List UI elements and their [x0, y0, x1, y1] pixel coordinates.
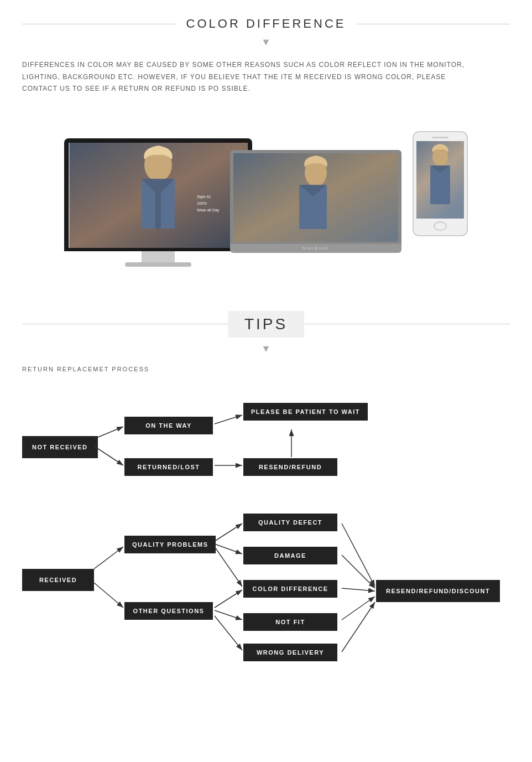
- phone-device: [413, 131, 468, 236]
- svg-text:Wear-all Day: Wear-all Day: [197, 208, 220, 212]
- svg-line-28: [342, 555, 375, 588]
- not-received-box: NOT RECEIVED: [22, 436, 98, 458]
- laptop-content-svg: [233, 153, 398, 242]
- phone-content-svg: [416, 141, 464, 219]
- svg-line-30: [342, 597, 375, 620]
- laptop-lid: [230, 150, 401, 244]
- svg-line-14: [94, 427, 123, 439]
- desktop-screen: Style 01 100% Wear-all Day: [69, 143, 248, 248]
- not-fit-box: NOT FIT: [243, 613, 337, 631]
- tips-section: TIPS ▼ RETURN REPLACEMET PROCESS NOT REC…: [0, 289, 532, 685]
- svg-text:100%: 100%: [197, 201, 207, 205]
- resend-refund-discount-box: RESEND/REFUND/DISCOUNT: [376, 580, 500, 602]
- color-diff-body: DIFFERENCES IN COLOR MAY BE CAUSED BY SO…: [22, 59, 476, 95]
- devices-illustration: Style 01 100% Wear-all Day: [59, 112, 473, 267]
- desktop-base: [125, 262, 191, 267]
- arrow-down-color: ▼: [22, 37, 510, 48]
- svg-line-25: [215, 616, 242, 650]
- return-process-label: RETURN REPLACEMET PROCESS: [22, 366, 510, 372]
- svg-line-21: [215, 523, 242, 541]
- svg-line-24: [215, 610, 242, 620]
- laptop-device: MacBook: [230, 150, 401, 253]
- laptop-bottom: MacBook: [230, 244, 401, 253]
- tips-line-right: [304, 324, 510, 324]
- flow-diagram: NOT RECEIVED ON THE WAY RETURNED/LOST PL…: [22, 386, 520, 674]
- tips-header: TIPS: [22, 311, 510, 338]
- header-line-left: [22, 24, 175, 24]
- color-difference-section: COLOR DIFFERENCE ▼ DIFFERENCES IN COLOR …: [0, 0, 532, 289]
- tips-line-left: [22, 324, 228, 324]
- quality-problems-box: QUALITY PROBLEMS: [124, 536, 216, 553]
- desktop-screen-outer: Style 01 100% Wear-all Day: [64, 138, 252, 251]
- svg-text:Style 01: Style 01: [197, 195, 211, 199]
- svg-line-16: [215, 415, 242, 424]
- color-difference-flow-box: COLOR DIFFERENCE: [243, 580, 337, 598]
- received-box: RECEIVED: [22, 569, 94, 591]
- phone-screen: [416, 141, 464, 219]
- other-questions-box: OTHER QUESTIONS: [124, 602, 213, 620]
- svg-line-15: [94, 446, 123, 465]
- svg-line-23: [215, 547, 242, 587]
- header-line-right: [357, 24, 510, 24]
- laptop-brand: MacBook: [302, 246, 328, 251]
- svg-line-19: [94, 547, 123, 569]
- svg-line-29: [342, 588, 375, 591]
- please-be-patient-box: PLEASE BE PATIENT TO WAIT: [243, 403, 368, 421]
- phone-body: [413, 131, 468, 236]
- desktop-stand: [142, 251, 175, 262]
- quality-defect-box: QUALITY DEFECT: [243, 514, 337, 531]
- svg-line-20: [94, 583, 123, 608]
- damage-box: DAMAGE: [243, 547, 337, 564]
- svg-line-27: [342, 523, 375, 587]
- desktop-content-svg: Style 01 100% Wear-all Day: [69, 143, 248, 248]
- phone-home-button: [434, 221, 447, 231]
- arrow-down-tips: ▼: [22, 343, 510, 355]
- color-diff-header: COLOR DIFFERENCE: [22, 17, 510, 31]
- phone-speaker: [432, 137, 448, 138]
- on-the-way-box: ON THE WAY: [124, 417, 213, 434]
- desktop-device: Style 01 100% Wear-all Day: [64, 138, 252, 267]
- svg-line-31: [342, 602, 375, 652]
- svg-line-26: [215, 590, 242, 608]
- tips-title: TIPS: [228, 311, 304, 338]
- laptop-screen: [233, 153, 398, 242]
- returned-lost-box: RETURNED/LOST: [124, 458, 213, 476]
- wrong-delivery-box: WRONG DELIVERY: [243, 644, 337, 661]
- color-diff-title: COLOR DIFFERENCE: [175, 17, 357, 31]
- resend-refund-top-box: RESEND/REFUND: [243, 458, 337, 476]
- svg-line-22: [215, 544, 242, 554]
